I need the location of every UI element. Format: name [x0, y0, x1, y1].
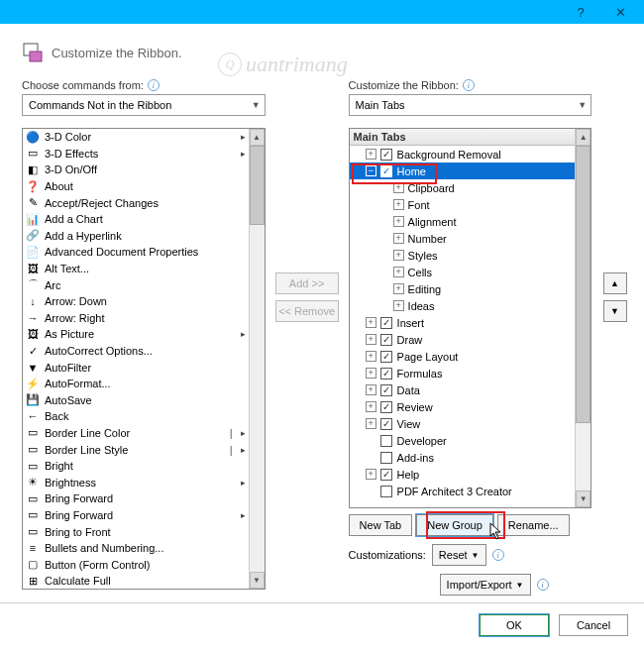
move-up-button[interactable]: ▲	[603, 272, 627, 294]
tree-item[interactable]: +✓Background Removal	[350, 146, 576, 163]
command-item[interactable]: ▭Border Line Style|▸	[23, 441, 249, 458]
checkbox[interactable]: ✓	[380, 384, 392, 396]
close-button[interactable]: ✕	[600, 0, 640, 24]
ok-button[interactable]: OK	[480, 614, 549, 636]
expander-icon[interactable]: +	[366, 368, 376, 379]
checkbox[interactable]: ✓	[380, 334, 392, 346]
command-item[interactable]: ▼AutoFilter	[23, 359, 249, 376]
expander-icon[interactable]: +	[366, 401, 376, 412]
tree-item[interactable]: +✓Insert	[350, 314, 576, 331]
expander-icon[interactable]: +	[366, 384, 376, 395]
tree-item[interactable]: Developer	[350, 432, 576, 449]
expander-icon[interactable]: +	[366, 469, 376, 480]
scroll-up-icon[interactable]: ▲	[576, 129, 590, 146]
info-icon[interactable]: i	[148, 79, 160, 91]
checkbox[interactable]: ✓	[380, 368, 392, 380]
tree-item[interactable]: +Styles	[350, 247, 576, 264]
expander-icon[interactable]: +	[366, 418, 376, 429]
checkbox[interactable]: ✓	[380, 165, 392, 177]
command-item[interactable]: ↓Arrow: Down	[23, 293, 249, 310]
checkbox[interactable]: ✓	[380, 317, 392, 329]
expander-icon[interactable]: −	[366, 165, 376, 176]
command-item[interactable]: 🔵3-D Color▸	[23, 129, 249, 146]
cancel-button[interactable]: Cancel	[559, 614, 628, 636]
tree-item[interactable]: +Ideas	[350, 297, 576, 314]
commands-combo[interactable]: Commands Not in the Ribbon ▼	[22, 94, 266, 116]
checkbox[interactable]: ✓	[380, 149, 392, 161]
checkbox[interactable]	[380, 452, 392, 464]
expander-icon[interactable]: +	[366, 334, 376, 345]
command-item[interactable]: ▢Button (Form Control)	[23, 556, 249, 573]
command-item[interactable]: 📄Advanced Document Properties	[23, 244, 249, 261]
tree-item[interactable]: −✓Home	[350, 163, 576, 179]
expander-icon[interactable]: +	[393, 267, 404, 277]
ribbon-tree[interactable]: Main Tabs +✓Background Removal−✓Home+Cli…	[349, 128, 592, 508]
expander-icon[interactable]: +	[366, 317, 376, 328]
new-group-button[interactable]: New Group	[416, 514, 493, 536]
move-down-button[interactable]: ▼	[603, 300, 627, 322]
help-button[interactable]: ?	[561, 0, 600, 24]
new-tab-button[interactable]: New Tab	[349, 514, 413, 536]
expander-icon[interactable]: +	[393, 182, 404, 193]
tree-item[interactable]: +✓Draw	[350, 331, 576, 348]
commands-listbox[interactable]: 🔵3-D Color▸▭3-D Effects▸◧3-D On/Off❓Abou…	[22, 128, 266, 590]
tree-item[interactable]: Add-ins	[350, 449, 576, 466]
command-item[interactable]: ⌒Arc	[23, 276, 249, 293]
ribbon-combo[interactable]: Main Tabs ▼	[349, 94, 592, 116]
command-item[interactable]: 🔗Add a Hyperlink	[23, 228, 249, 245]
command-item[interactable]: ⚡AutoFormat...	[23, 376, 249, 392]
reset-button[interactable]: Reset▼	[432, 544, 486, 566]
scrollbar[interactable]: ▲ ▼	[575, 129, 590, 507]
command-item[interactable]: ▭Bright	[23, 458, 249, 475]
import-export-button[interactable]: Import/Export▼	[440, 574, 531, 596]
expander-icon[interactable]: +	[393, 300, 404, 311]
command-item[interactable]: ▭Bring Forward	[23, 490, 249, 507]
command-item[interactable]: ▭Bring Forward▸	[23, 507, 249, 524]
checkbox[interactable]: ✓	[380, 351, 392, 363]
expander-icon[interactable]: +	[366, 149, 376, 160]
expander-icon[interactable]: +	[393, 216, 404, 227]
tree-item[interactable]: +✓Review	[350, 398, 576, 415]
tree-item[interactable]: +Font	[350, 196, 576, 213]
scroll-thumb[interactable]	[250, 146, 265, 225]
checkbox[interactable]	[380, 486, 392, 497]
tree-item[interactable]: +Clipboard	[350, 179, 576, 196]
command-item[interactable]: ▭Border Line Color|▸	[23, 425, 249, 442]
command-item[interactable]: ☀Brightness▸	[23, 474, 249, 490]
expander-icon[interactable]: +	[366, 351, 376, 362]
command-item[interactable]: ❓About	[23, 178, 249, 195]
tree-item[interactable]: +✓Help	[350, 466, 576, 483]
command-item[interactable]: 🖼As Picture▸	[23, 326, 249, 343]
tree-item[interactable]: +✓Page Layout	[350, 348, 576, 365]
checkbox[interactable]	[380, 435, 392, 447]
scroll-down-icon[interactable]: ▼	[576, 490, 590, 507]
command-item[interactable]: ▭Bring to Front	[23, 523, 249, 540]
info-icon[interactable]: i	[463, 79, 475, 91]
tree-item[interactable]: +Cells	[350, 264, 576, 280]
expander-icon[interactable]: +	[393, 283, 404, 294]
command-item[interactable]: ←Back	[23, 408, 249, 425]
command-item[interactable]: ▭3-D Effects▸	[23, 146, 249, 163]
command-item[interactable]: ◧3-D On/Off	[23, 162, 249, 178]
tree-item[interactable]: +Editing	[350, 280, 576, 297]
tree-item[interactable]: +✓Data	[350, 381, 576, 398]
command-item[interactable]: 🖼Alt Text...	[23, 261, 249, 277]
tree-item[interactable]: +Alignment	[350, 213, 576, 230]
command-item[interactable]: 📊Add a Chart	[23, 211, 249, 228]
tree-item[interactable]: +Number	[350, 230, 576, 247]
expander-icon[interactable]: +	[393, 233, 404, 244]
tree-item[interactable]: +✓Formulas	[350, 365, 576, 381]
checkbox[interactable]: ✓	[380, 401, 392, 413]
tree-item[interactable]: PDF Architect 3 Creator	[350, 483, 576, 499]
command-item[interactable]: ⊞Calculate Full	[23, 573, 249, 589]
command-item[interactable]: 💾AutoSave	[23, 392, 249, 409]
command-item[interactable]: ✓AutoCorrect Options...	[23, 343, 249, 360]
info-icon[interactable]: i	[537, 579, 549, 591]
rename-button[interactable]: Rename...	[497, 514, 570, 536]
scroll-up-icon[interactable]: ▲	[250, 129, 265, 146]
expander-icon[interactable]: +	[393, 250, 404, 261]
command-item[interactable]: ✎Accept/Reject Changes	[23, 194, 249, 211]
command-item[interactable]: ≡Bullets and Numbering...	[23, 540, 249, 557]
checkbox[interactable]: ✓	[380, 469, 392, 481]
tree-item[interactable]: +✓View	[350, 415, 576, 432]
